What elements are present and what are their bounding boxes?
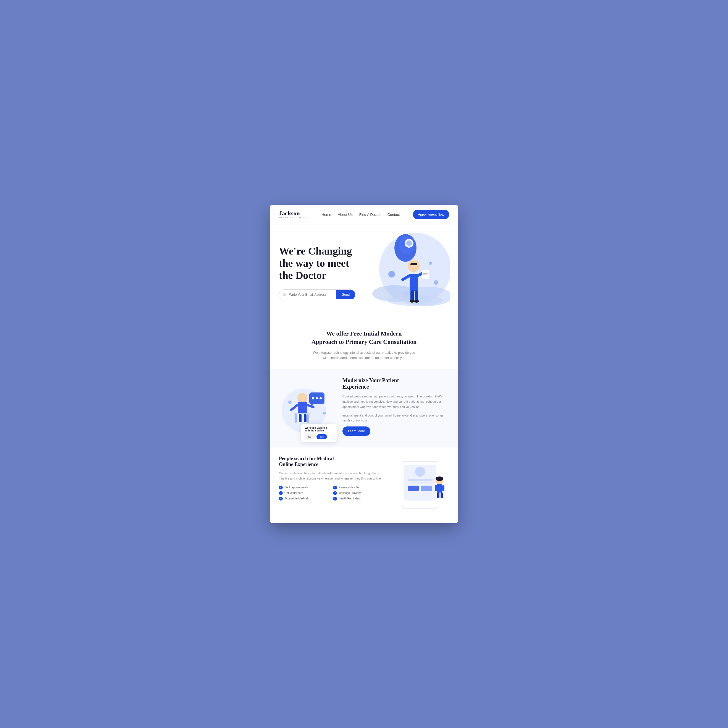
- svg-rect-30: [307, 414, 309, 422]
- nav-home[interactable]: Home: [322, 213, 331, 217]
- hero-illustration: [367, 225, 450, 318]
- svg-rect-53: [437, 492, 439, 498]
- card-buttons: No Yes: [305, 434, 333, 439]
- primary-care-section: We offer Free Initial ModernApproach to …: [270, 318, 458, 369]
- logo-main: Jackson: [279, 210, 309, 216]
- svg-point-26: [297, 393, 307, 403]
- primary-care-body: We integrate technology into all aspects…: [292, 350, 436, 361]
- feature-item-1: Book appointments: [279, 486, 331, 489]
- svg-point-6: [405, 239, 413, 248]
- logo-sub: MEMORIAL HOSPITAL: [279, 216, 309, 218]
- svg-point-24: [429, 262, 432, 265]
- modernize-body2: entertainment and control your smart hom…: [343, 413, 449, 423]
- search-body: Convert web searches into patients with …: [279, 471, 385, 481]
- feature-item-6: Health Reminders: [333, 497, 385, 500]
- logo: Jackson MEMORIAL HOSPITAL: [279, 210, 309, 218]
- svg-point-5: [399, 236, 414, 254]
- email-icon: ✉: [279, 290, 289, 300]
- card-yes-button[interactable]: Yes: [317, 434, 327, 439]
- search-illustration: [394, 456, 449, 515]
- svg-point-7: [406, 240, 412, 246]
- svg-rect-46: [410, 482, 430, 483]
- svg-rect-11: [410, 263, 417, 265]
- svg-point-22: [388, 271, 395, 277]
- learn-more-button[interactable]: Learn More: [343, 427, 370, 436]
- hero-text: We're Changing the way to meet the Docto…: [279, 245, 355, 300]
- check-icon-2: [333, 486, 337, 489]
- svg-rect-51: [435, 485, 437, 491]
- check-icon-6: [333, 497, 337, 500]
- svg-point-3: [387, 295, 443, 306]
- svg-point-4: [395, 234, 416, 262]
- modernize-body1: Convert web searches into patients with …: [343, 394, 449, 409]
- navbar: Jackson MEMORIAL HOSPITAL Home About Us …: [270, 205, 458, 225]
- send-button[interactable]: Send: [336, 290, 355, 299]
- svg-point-23: [434, 280, 438, 284]
- svg-rect-19: [415, 290, 418, 301]
- svg-rect-54: [440, 492, 443, 498]
- svg-point-36: [312, 397, 314, 399]
- svg-point-38: [320, 397, 322, 399]
- feature-item-2: Renew with a Top: [333, 486, 385, 489]
- card-title: Were you Satisfied with the Service.: [305, 427, 333, 432]
- svg-point-20: [410, 300, 414, 303]
- svg-point-37: [316, 397, 318, 399]
- svg-point-41: [323, 412, 326, 414]
- feature-list: Book appointments Renew with a Top Get v…: [279, 486, 385, 500]
- search-heading: People search for MedicalOnline Experien…: [279, 456, 385, 467]
- nav-links: Home About Us Find A Doctor Contact: [322, 212, 400, 217]
- modernize-section: Were you Satisfied with the Service. No …: [270, 369, 458, 448]
- nav-find-doctor[interactable]: Find A Doctor: [359, 213, 381, 217]
- svg-rect-18: [410, 290, 414, 301]
- svg-rect-29: [295, 414, 297, 422]
- svg-rect-14: [422, 270, 429, 279]
- hero-section: We're Changing the way to meet the Docto…: [270, 225, 458, 318]
- svg-point-44: [415, 467, 425, 477]
- feature-item-3: Get virtual care: [279, 491, 331, 495]
- satisfaction-card: Were you Satisfied with the Service. No …: [301, 424, 337, 442]
- primary-care-heading: We offer Free Initial ModernApproach to …: [292, 329, 436, 347]
- svg-line-12: [403, 275, 410, 280]
- nav-about[interactable]: About Us: [338, 213, 352, 217]
- svg-rect-9: [408, 270, 419, 274]
- page-wrapper: Jackson MEMORIAL HOSPITAL Home About Us …: [270, 205, 458, 523]
- appointment-button[interactable]: Appointment Now: [413, 210, 449, 219]
- modernize-content: Modernize Your PatientExperience Convert…: [343, 377, 449, 436]
- svg-rect-31: [299, 414, 301, 422]
- svg-point-2: [403, 287, 450, 306]
- card-no-button[interactable]: No: [305, 434, 315, 439]
- svg-point-10: [408, 260, 420, 272]
- svg-point-1: [372, 285, 416, 302]
- modernize-illustration: Were you Satisfied with the Service. No …: [279, 377, 334, 439]
- email-input[interactable]: [289, 290, 336, 299]
- svg-rect-32: [304, 414, 306, 422]
- check-icon-1: [279, 486, 283, 489]
- people-search-section: People search for MedicalOnline Experien…: [270, 448, 458, 523]
- email-form: ✉ Send: [279, 289, 355, 300]
- nav-contact[interactable]: Contact: [387, 213, 400, 217]
- check-icon-3: [279, 491, 283, 495]
- svg-point-55: [436, 477, 444, 481]
- svg-rect-52: [442, 485, 444, 491]
- svg-point-0: [379, 233, 450, 304]
- svg-rect-28: [294, 413, 310, 414]
- svg-rect-45: [408, 479, 433, 481]
- check-icon-5: [279, 497, 283, 500]
- svg-rect-50: [437, 484, 442, 492]
- svg-rect-8: [410, 271, 418, 291]
- svg-point-40: [288, 401, 292, 404]
- feature-item-4: Message Provider: [333, 491, 385, 495]
- svg-rect-47: [408, 486, 419, 491]
- hero-title: We're Changing the way to meet the Docto…: [279, 245, 355, 281]
- check-icon-4: [333, 491, 337, 495]
- svg-line-13: [418, 273, 424, 275]
- svg-rect-48: [421, 486, 432, 491]
- feature-item-5: Accessible Medical: [279, 497, 331, 500]
- search-content: People search for MedicalOnline Experien…: [279, 456, 385, 500]
- svg-point-21: [414, 300, 419, 303]
- modernize-heading: Modernize Your PatientExperience: [343, 377, 449, 390]
- svg-rect-27: [298, 402, 307, 414]
